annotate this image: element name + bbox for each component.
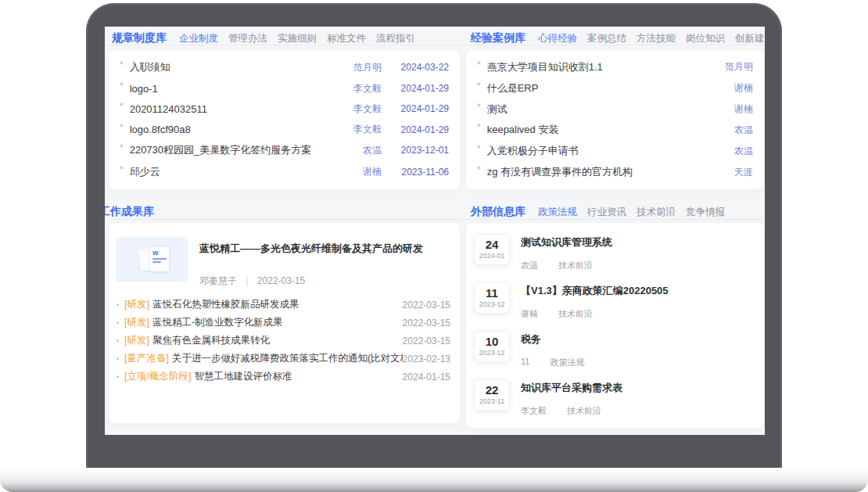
tab-exp-4[interactable]: 创新建议	[735, 32, 765, 45]
item-title: 知识库平台采购需求表	[521, 381, 622, 395]
tab-rules-4[interactable]: 流程指引	[376, 32, 415, 45]
list-item[interactable]: [研发] 蓝悦石化热塑性橡胶新品研发成果 2022-03-15	[117, 296, 450, 314]
item-category: 政策法规	[550, 357, 584, 368]
tab-exp-0[interactable]: 心得经验	[538, 32, 577, 45]
badge-day: 24	[475, 237, 509, 252]
tab-ext-0[interactable]: 政策法规	[538, 206, 577, 219]
dot-bullet-icon	[117, 321, 119, 324]
asterisk-bullet-icon	[120, 101, 124, 112]
list-item[interactable]: 10 2023-12 税务 11 政策法规	[474, 327, 755, 375]
item-author: 李文毅	[325, 102, 382, 116]
asterisk-bullet-icon	[120, 142, 124, 153]
word-doc-icon: W	[150, 247, 169, 271]
badge-month: 2023-12	[475, 300, 509, 309]
item-category: 技术前沿	[567, 405, 601, 417]
badge-day: 22	[475, 382, 509, 397]
item-title: 什么是ERP	[487, 81, 706, 95]
results-library-title[interactable]: 工作成果库	[105, 205, 154, 219]
experience-library-title[interactable]: 经验案例库	[471, 31, 525, 45]
tab-rules-2[interactable]: 实施细则	[278, 32, 317, 45]
item-author: 李文毅	[325, 82, 382, 95]
results-panel-header: 工作成果库	[105, 205, 167, 219]
badge-month: 2024-01	[475, 252, 509, 260]
list-item[interactable]: [研发] 蓝悦精工-制造业数字化新成果 2022-03-15	[117, 314, 450, 332]
doc-line	[152, 258, 167, 260]
list-item[interactable]: logo.8fcf90a8 李文毅 2024-01-29	[120, 123, 449, 136]
entry-content: 知识库平台采购需求表 李文毅 技术前沿	[521, 379, 622, 417]
asterisk-bullet-icon	[120, 122, 124, 133]
tab-exp-1[interactable]: 案例总结	[587, 32, 626, 45]
list-item[interactable]: [研发] 聚焦有色金属科技成果转化 2022-03-15	[117, 332, 450, 350]
tab-ext-2[interactable]: 技术前沿	[637, 206, 676, 219]
list-item[interactable]: 什么是ERP 谢楠	[477, 81, 753, 95]
rules-library-title[interactable]: 规章制度库	[112, 31, 167, 45]
item-date: 2023-11-06	[382, 167, 449, 178]
item-date: 2024-01-29	[382, 103, 449, 114]
featured-title[interactable]: 蓝悦精工——多光色夜光纤维制备及其产品的研发	[199, 242, 449, 256]
featured-author: 邓姜慧子	[199, 275, 237, 286]
list-item[interactable]: 20201124032511 李文毅 2024-01-29	[120, 102, 449, 116]
dot-bullet-icon	[117, 339, 119, 342]
item-title: keepalived 安装	[487, 123, 706, 137]
item-date: 2022-03-15	[403, 336, 450, 347]
item-date: 2024-01-15	[403, 372, 450, 382]
list-item[interactable]: 邱少云 谢楠 2023-11-06	[120, 165, 449, 179]
badge-day: 11	[475, 286, 509, 300]
list-item[interactable]: 24 2024-01 测试知识库管理系统 农温 技术前沿	[474, 230, 755, 278]
tab-rules-3[interactable]: 标准文件	[327, 32, 366, 45]
badge-month: 2023-11	[475, 397, 509, 406]
item-title: logo-1	[130, 83, 325, 95]
asterisk-bullet-icon	[477, 102, 481, 113]
item-title: logo.8fcf90a8	[130, 124, 325, 135]
list-item[interactable]: keepalived 安装 农温	[477, 123, 753, 137]
asterisk-bullet-icon	[120, 59, 124, 70]
item-title: 聚焦有色金属科技成果转化	[152, 334, 403, 347]
item-author: 李文毅	[325, 123, 382, 136]
featured-thumbnail[interactable]: W	[116, 237, 188, 282]
item-author: 农温	[325, 144, 382, 157]
tab-rules-0[interactable]: 企业制度	[179, 32, 218, 45]
item-date: 2023-12-01	[382, 145, 449, 156]
tab-rules-1[interactable]: 管理办法	[228, 32, 267, 45]
item-title: 邱少云	[130, 165, 325, 179]
laptop-mockup: 规章制度库 企业制度 管理办法 实施细则 标准文件 流程指引 经验案例库 心得经…	[0, 0, 868, 492]
item-author: 谢楠	[325, 165, 382, 178]
item-title: 燕京大学项目知识收割1.1	[487, 60, 706, 74]
list-item[interactable]: [立项/概念阶段] 智慧工地建设评价标准 2024-01-15	[117, 368, 450, 386]
list-item[interactable]: 测试 谢楠	[477, 102, 753, 117]
stage-tag: [量产准备]	[124, 352, 169, 365]
list-item[interactable]: 11 2023-12 【V1.3】亲商政策汇编20220505 谢楠 技术前沿	[474, 278, 755, 327]
list-item[interactable]: 入职须知 范月明 2024-03-22	[120, 60, 449, 74]
list-item[interactable]: 燕京大学项目知识收割1.1 范月明	[477, 60, 753, 74]
item-author: 谢楠	[706, 102, 753, 116]
asterisk-bullet-icon	[477, 122, 481, 133]
tab-exp-2[interactable]: 方法技能	[637, 32, 676, 45]
tab-exp-3[interactable]: 岗位知识	[686, 32, 725, 45]
item-date: 2022-03-15	[403, 300, 450, 311]
list-item[interactable]: 入党积极分子申请书 农温	[477, 144, 753, 158]
featured-date: 2022-03-15	[257, 275, 305, 286]
item-title: 220730程园园_美巢数字化签约服务方案	[130, 143, 325, 157]
rules-panel-header: 规章制度库 企业制度 管理办法 实施细则 标准文件 流程指引	[112, 31, 425, 45]
dot-bullet-icon	[117, 357, 119, 360]
list-item[interactable]: logo-1 李文毅 2024-01-29	[120, 82, 449, 95]
list-item[interactable]: [量产准备] 关于进一步做好减税降费政策落实工作的通知(比对文档) 2023-0…	[117, 350, 450, 368]
item-title: 入职须知	[130, 60, 325, 74]
item-category: 技术前沿	[558, 308, 593, 320]
external-library-title[interactable]: 外部信息库	[471, 205, 525, 219]
item-title: 蓝悦石化热塑性橡胶新品研发成果	[152, 298, 403, 311]
dashboard-screen: 规章制度库 企业制度 管理办法 实施细则 标准文件 流程指引 经验案例库 心得经…	[105, 27, 765, 435]
asterisk-bullet-icon	[477, 164, 481, 175]
asterisk-bullet-icon	[477, 143, 481, 154]
tab-ext-1[interactable]: 行业资讯	[587, 206, 626, 219]
item-date: 2023-02-13	[403, 354, 450, 365]
list-item[interactable]: zg 有没有调查异事件的官方机构 天涯	[477, 165, 753, 179]
list-item[interactable]: 22 2023-11 知识库平台采购需求表 李文毅 技术前沿	[474, 375, 755, 424]
item-author: 谢楠	[521, 308, 538, 320]
item-date: 2024-01-29	[382, 124, 449, 135]
date-badge: 24 2024-01	[474, 234, 510, 265]
list-item[interactable]: 220730程园园_美巢数字化签约服务方案 农温 2023-12-01	[120, 143, 449, 157]
tab-ext-3[interactable]: 竞争情报	[686, 206, 725, 219]
item-author: 农温	[706, 145, 753, 158]
badge-month: 2023-12	[475, 349, 509, 357]
